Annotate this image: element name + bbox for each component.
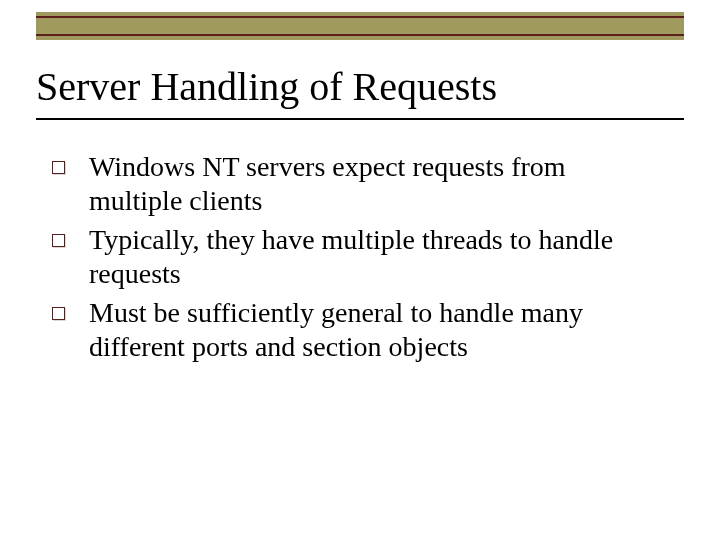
accent-bar (36, 12, 684, 40)
bullet-text: Typically, they have multiple threads to… (89, 223, 656, 290)
bullet-text: Must be sufficiently general to handle m… (89, 296, 656, 363)
square-bullet-icon (52, 234, 65, 247)
bullet-list: Windows NT servers expect requests from … (52, 150, 656, 370)
square-bullet-icon (52, 161, 65, 174)
list-item: Must be sufficiently general to handle m… (52, 296, 656, 363)
accent-bottom-rule (36, 34, 684, 36)
list-item: Typically, they have multiple threads to… (52, 223, 656, 290)
title-underline (36, 118, 684, 120)
slide: Server Handling of Requests Windows NT s… (0, 0, 720, 540)
slide-title: Server Handling of Requests (36, 64, 684, 110)
bullet-text: Windows NT servers expect requests from … (89, 150, 656, 217)
list-item: Windows NT servers expect requests from … (52, 150, 656, 217)
accent-top-rule (36, 16, 684, 18)
square-bullet-icon (52, 307, 65, 320)
